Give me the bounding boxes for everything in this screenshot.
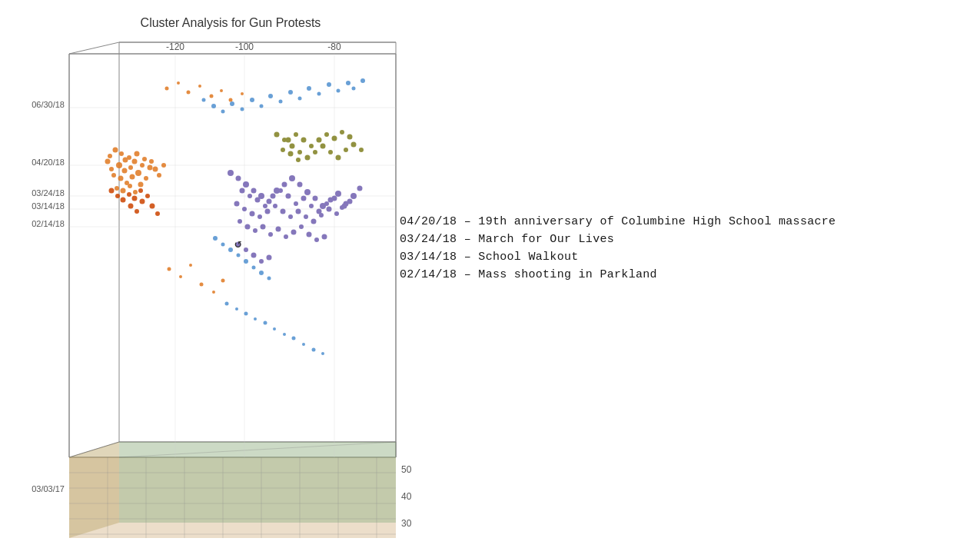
svg-marker-24 [119, 442, 396, 523]
svg-point-186 [352, 87, 356, 91]
svg-point-122 [357, 186, 363, 191]
svg-point-110 [267, 199, 272, 204]
svg-point-179 [288, 90, 293, 95]
svg-point-94 [115, 194, 120, 198]
svg-point-147 [304, 214, 308, 219]
svg-point-135 [332, 196, 337, 201]
svg-point-206 [321, 352, 324, 355]
svg-point-160 [291, 230, 297, 235]
svg-point-139 [242, 207, 247, 211]
legend-item-1: 04/20/18 – 19th anniversary of Columbine… [400, 215, 976, 228]
svg-point-113 [289, 175, 295, 181]
svg-point-153 [238, 219, 242, 224]
svg-point-158 [276, 227, 281, 232]
svg-point-114 [297, 182, 303, 188]
svg-point-185 [346, 81, 350, 85]
svg-point-221 [332, 136, 337, 141]
legend-item-3: 03/14/18 – School Walkout [400, 251, 976, 264]
svg-point-96 [127, 192, 131, 197]
svg-point-99 [128, 204, 134, 209]
svg-point-115 [304, 189, 311, 195]
svg-point-57 [109, 167, 114, 171]
svg-point-132 [309, 204, 314, 208]
svg-point-76 [153, 167, 158, 172]
svg-point-82 [198, 85, 201, 88]
svg-point-148 [311, 219, 317, 224]
svg-point-173 [230, 101, 234, 106]
svg-point-50 [119, 151, 124, 156]
svg-point-178 [279, 100, 283, 104]
svg-point-189 [221, 243, 225, 247]
svg-point-121 [350, 193, 357, 199]
svg-point-156 [261, 224, 266, 230]
svg-point-127 [271, 194, 276, 199]
svg-point-72 [144, 176, 148, 181]
svg-point-220 [340, 130, 344, 135]
svg-point-78 [161, 163, 166, 168]
svg-point-166 [244, 247, 248, 252]
svg-point-176 [260, 105, 264, 108]
svg-point-80 [177, 81, 180, 85]
svg-point-112 [282, 182, 287, 188]
svg-point-159 [284, 234, 288, 239]
svg-point-92 [221, 279, 225, 283]
svg-point-191 [237, 254, 241, 257]
chart-title: Cluster Analysis for Gun Protests [141, 16, 321, 29]
svg-point-167 [251, 253, 257, 258]
svg-point-134 [324, 201, 329, 206]
svg-point-226 [294, 132, 298, 137]
svg-point-192 [244, 259, 248, 264]
svg-point-101 [140, 199, 145, 204]
svg-point-55 [132, 159, 138, 164]
svg-point-60 [118, 176, 124, 181]
svg-point-161 [299, 224, 304, 229]
svg-point-95 [121, 198, 126, 203]
svg-point-149 [319, 213, 324, 218]
legend-item-4: 02/14/18 – Mass shooting in Parkland [400, 268, 976, 281]
svg-text:30: 30 [401, 518, 412, 529]
svg-point-126 [263, 204, 267, 208]
svg-point-108 [251, 188, 257, 194]
svg-point-90 [200, 283, 204, 287]
svg-point-69 [128, 184, 132, 188]
svg-point-130 [294, 201, 298, 206]
svg-point-119 [335, 191, 341, 197]
svg-point-210 [297, 150, 302, 154]
svg-point-196 [225, 302, 229, 306]
svg-point-106 [236, 176, 241, 181]
svg-point-79 [165, 87, 169, 91]
svg-point-107 [243, 181, 249, 188]
svg-marker-25 [69, 442, 119, 538]
svg-text:-100: -100 [235, 42, 254, 52]
svg-point-62 [130, 174, 135, 180]
svg-text:04/20/18: 04/20/18 [32, 158, 65, 167]
svg-point-219 [347, 135, 353, 140]
svg-point-64 [140, 163, 145, 168]
svg-point-116 [313, 196, 318, 201]
svg-point-75 [149, 159, 154, 164]
svg-point-84 [220, 89, 223, 92]
svg-point-93 [109, 188, 115, 194]
svg-point-225 [301, 138, 307, 143]
svg-point-146 [296, 209, 301, 214]
svg-text:03/24/18: 03/24/18 [32, 188, 65, 198]
svg-point-154 [245, 224, 251, 230]
svg-point-70 [133, 190, 138, 194]
svg-point-198 [244, 312, 248, 316]
svg-point-103 [150, 204, 155, 209]
svg-point-129 [286, 194, 291, 199]
svg-point-86 [241, 92, 244, 95]
svg-point-131 [301, 196, 307, 201]
svg-point-137 [347, 199, 353, 204]
svg-point-104 [155, 211, 160, 216]
svg-point-105 [228, 170, 234, 176]
svg-point-98 [138, 188, 143, 193]
svg-point-222 [324, 132, 329, 137]
svg-point-187 [360, 78, 365, 83]
svg-point-203 [292, 337, 296, 340]
svg-point-53 [122, 168, 128, 174]
svg-point-215 [336, 155, 341, 161]
svg-point-181 [307, 86, 311, 91]
svg-point-214 [328, 150, 333, 154]
svg-point-144 [281, 209, 286, 214]
